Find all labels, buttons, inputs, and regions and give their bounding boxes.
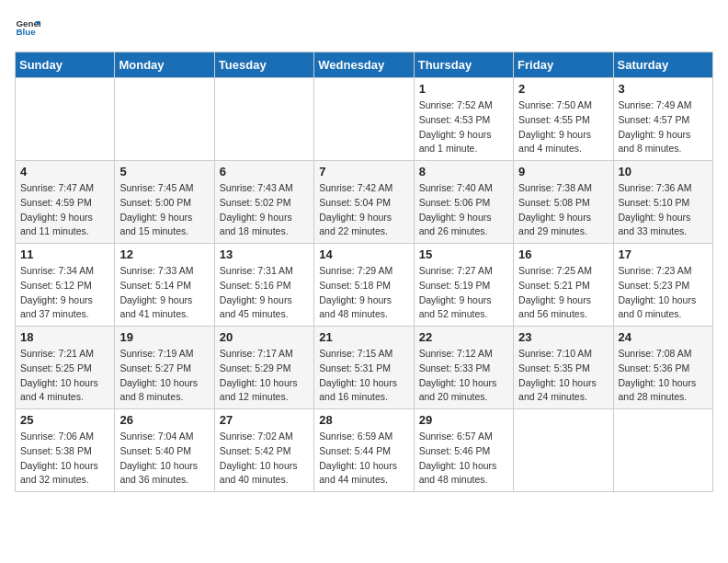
calendar-cell: 13Sunrise: 7:31 AM Sunset: 5:16 PM Dayli…	[214, 244, 313, 327]
day-header-wednesday: Wednesday	[314, 52, 414, 78]
calendar-week-row: 4Sunrise: 7:47 AM Sunset: 4:59 PM Daylig…	[16, 161, 713, 244]
day-info: Sunrise: 7:38 AM Sunset: 5:08 PM Dayligh…	[518, 181, 608, 239]
calendar-cell: 4Sunrise: 7:47 AM Sunset: 4:59 PM Daylig…	[16, 161, 115, 244]
calendar-cell: 29Sunrise: 6:57 AM Sunset: 5:46 PM Dayli…	[414, 409, 513, 492]
day-number: 20	[220, 330, 309, 344]
day-info: Sunrise: 7:17 AM Sunset: 5:29 PM Dayligh…	[220, 347, 309, 405]
day-info: Sunrise: 6:57 AM Sunset: 5:46 PM Dayligh…	[419, 430, 508, 488]
day-number: 29	[419, 413, 508, 427]
calendar-cell: 22Sunrise: 7:12 AM Sunset: 5:33 PM Dayli…	[414, 327, 513, 409]
day-number: 1	[419, 82, 508, 96]
calendar-cell: 20Sunrise: 7:17 AM Sunset: 5:29 PM Dayli…	[214, 327, 313, 409]
day-info: Sunrise: 7:15 AM Sunset: 5:31 PM Dayligh…	[319, 347, 408, 405]
calendar-cell: 1Sunrise: 7:52 AM Sunset: 4:53 PM Daylig…	[414, 78, 513, 161]
day-number: 17	[619, 247, 708, 261]
day-info: Sunrise: 7:34 AM Sunset: 5:12 PM Dayligh…	[20, 264, 109, 322]
day-info: Sunrise: 7:10 AM Sunset: 5:35 PM Dayligh…	[518, 347, 608, 405]
calendar-cell	[115, 78, 214, 161]
calendar-cell: 28Sunrise: 6:59 AM Sunset: 5:44 PM Dayli…	[314, 409, 414, 492]
day-info: Sunrise: 7:43 AM Sunset: 5:02 PM Dayligh…	[220, 181, 309, 239]
day-number: 22	[419, 330, 508, 344]
header: General Blue	[15, 15, 713, 40]
day-info: Sunrise: 7:02 AM Sunset: 5:42 PM Dayligh…	[220, 430, 309, 488]
calendar-cell	[16, 78, 115, 161]
day-number: 16	[518, 247, 608, 261]
calendar-cell	[214, 78, 313, 161]
calendar-cell: 3Sunrise: 7:49 AM Sunset: 4:57 PM Daylig…	[613, 78, 712, 161]
day-number: 5	[119, 165, 209, 178]
day-number: 23	[518, 330, 608, 344]
day-number: 8	[419, 165, 508, 178]
day-number: 19	[119, 330, 209, 344]
day-info: Sunrise: 7:27 AM Sunset: 5:19 PM Dayligh…	[419, 264, 508, 322]
day-header-friday: Friday	[514, 52, 613, 78]
day-number: 6	[220, 165, 309, 178]
day-header-monday: Monday	[115, 52, 214, 78]
day-number: 14	[319, 247, 408, 261]
day-info: Sunrise: 7:52 AM Sunset: 4:53 PM Dayligh…	[419, 98, 508, 156]
day-info: Sunrise: 7:12 AM Sunset: 5:33 PM Dayligh…	[419, 347, 508, 405]
day-number: 28	[319, 413, 408, 427]
day-header-thursday: Thursday	[414, 52, 513, 78]
day-info: Sunrise: 6:59 AM Sunset: 5:44 PM Dayligh…	[319, 430, 408, 488]
calendar-cell	[613, 409, 712, 492]
svg-text:Blue: Blue	[16, 27, 36, 37]
day-info: Sunrise: 7:29 AM Sunset: 5:18 PM Dayligh…	[319, 264, 408, 322]
calendar-cell: 27Sunrise: 7:02 AM Sunset: 5:42 PM Dayli…	[214, 409, 313, 492]
calendar-cell: 18Sunrise: 7:21 AM Sunset: 5:25 PM Dayli…	[16, 327, 115, 409]
day-number: 4	[20, 165, 109, 178]
day-header-saturday: Saturday	[613, 52, 712, 78]
day-header-sunday: Sunday	[16, 52, 115, 78]
calendar-cell: 11Sunrise: 7:34 AM Sunset: 5:12 PM Dayli…	[16, 244, 115, 327]
calendar-cell: 17Sunrise: 7:23 AM Sunset: 5:23 PM Dayli…	[613, 244, 712, 327]
day-info: Sunrise: 7:42 AM Sunset: 5:04 PM Dayligh…	[319, 181, 408, 239]
calendar-cell: 26Sunrise: 7:04 AM Sunset: 5:40 PM Dayli…	[115, 409, 214, 492]
day-info: Sunrise: 7:21 AM Sunset: 5:25 PM Dayligh…	[20, 347, 109, 405]
day-info: Sunrise: 7:33 AM Sunset: 5:14 PM Dayligh…	[119, 264, 209, 322]
calendar-cell: 10Sunrise: 7:36 AM Sunset: 5:10 PM Dayli…	[613, 161, 712, 244]
calendar-table: SundayMondayTuesdayWednesdayThursdayFrid…	[15, 52, 713, 492]
day-info: Sunrise: 7:40 AM Sunset: 5:06 PM Dayligh…	[419, 181, 508, 239]
calendar-cell: 21Sunrise: 7:15 AM Sunset: 5:31 PM Dayli…	[314, 327, 414, 409]
calendar-cell: 24Sunrise: 7:08 AM Sunset: 5:36 PM Dayli…	[613, 327, 712, 409]
calendar-cell: 9Sunrise: 7:38 AM Sunset: 5:08 PM Daylig…	[514, 161, 613, 244]
day-info: Sunrise: 7:06 AM Sunset: 5:38 PM Dayligh…	[20, 430, 109, 488]
day-number: 15	[419, 247, 508, 261]
calendar-cell: 6Sunrise: 7:43 AM Sunset: 5:02 PM Daylig…	[214, 161, 313, 244]
day-number: 3	[619, 82, 708, 96]
day-number: 21	[319, 330, 408, 344]
day-info: Sunrise: 7:45 AM Sunset: 5:00 PM Dayligh…	[119, 181, 209, 239]
calendar-cell: 8Sunrise: 7:40 AM Sunset: 5:06 PM Daylig…	[414, 161, 513, 244]
day-number: 7	[319, 165, 408, 178]
calendar-cell: 15Sunrise: 7:27 AM Sunset: 5:19 PM Dayli…	[414, 244, 513, 327]
day-info: Sunrise: 7:50 AM Sunset: 4:55 PM Dayligh…	[518, 98, 608, 156]
calendar-cell	[514, 409, 613, 492]
logo-icon: General Blue	[15, 15, 40, 40]
calendar-cell	[314, 78, 414, 161]
day-number: 18	[20, 330, 109, 344]
day-number: 9	[518, 165, 608, 178]
calendar-header-row: SundayMondayTuesdayWednesdayThursdayFrid…	[16, 52, 713, 78]
calendar-cell: 2Sunrise: 7:50 AM Sunset: 4:55 PM Daylig…	[514, 78, 613, 161]
day-info: Sunrise: 7:49 AM Sunset: 4:57 PM Dayligh…	[619, 98, 708, 156]
day-header-tuesday: Tuesday	[214, 52, 313, 78]
day-info: Sunrise: 7:19 AM Sunset: 5:27 PM Dayligh…	[119, 347, 209, 405]
calendar-week-row: 18Sunrise: 7:21 AM Sunset: 5:25 PM Dayli…	[16, 327, 713, 409]
day-number: 11	[20, 247, 109, 261]
day-number: 27	[220, 413, 309, 427]
calendar-cell: 16Sunrise: 7:25 AM Sunset: 5:21 PM Dayli…	[514, 244, 613, 327]
day-number: 24	[619, 330, 708, 344]
day-number: 2	[518, 82, 608, 96]
calendar-cell: 14Sunrise: 7:29 AM Sunset: 5:18 PM Dayli…	[314, 244, 414, 327]
day-info: Sunrise: 7:04 AM Sunset: 5:40 PM Dayligh…	[119, 430, 209, 488]
day-info: Sunrise: 7:36 AM Sunset: 5:10 PM Dayligh…	[619, 181, 708, 239]
calendar-cell: 7Sunrise: 7:42 AM Sunset: 5:04 PM Daylig…	[314, 161, 414, 244]
day-number: 25	[20, 413, 109, 427]
calendar-body: 1Sunrise: 7:52 AM Sunset: 4:53 PM Daylig…	[16, 78, 713, 492]
calendar-cell: 25Sunrise: 7:06 AM Sunset: 5:38 PM Dayli…	[16, 409, 115, 492]
day-info: Sunrise: 7:23 AM Sunset: 5:23 PM Dayligh…	[619, 264, 708, 322]
day-number: 12	[119, 247, 209, 261]
logo: General Blue	[15, 15, 44, 40]
calendar-cell: 12Sunrise: 7:33 AM Sunset: 5:14 PM Dayli…	[115, 244, 214, 327]
day-number: 26	[119, 413, 209, 427]
